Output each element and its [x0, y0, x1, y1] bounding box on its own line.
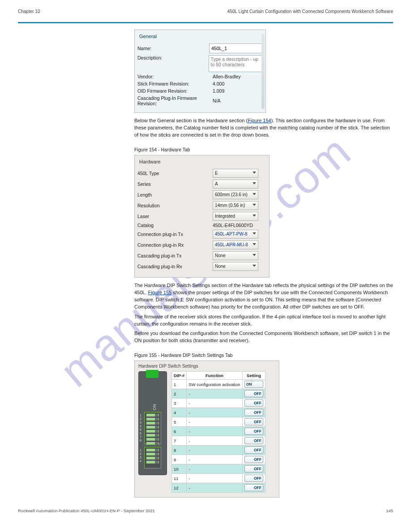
- figure-154-link[interactable]: Figure 154: [248, 118, 271, 123]
- hardware-panel: Hardware 450L TypeESeriesALength600mm (2…: [134, 155, 270, 278]
- dip-function: -: [187, 427, 242, 436]
- firmware-note-paragraph: The firmware of the receiver stick store…: [134, 313, 393, 328]
- connection-plug-in-tx-select[interactable]: 450L-APT-PW-8: [213, 230, 258, 239]
- dip-toggle[interactable]: OFF: [244, 437, 263, 444]
- dip-row: 7-OFF: [172, 436, 265, 446]
- chevron-down-icon: [253, 215, 256, 218]
- dip-toggle[interactable]: OFF: [244, 484, 263, 491]
- dip-toggle[interactable]: OFF: [244, 418, 263, 425]
- dip-row: 8-OFF: [172, 446, 265, 455]
- hardware-field-label: Laser: [137, 214, 213, 219]
- hardware-field-label: Catalog: [137, 223, 213, 228]
- dip-function: -: [187, 474, 242, 483]
- name-label: Name:: [137, 46, 209, 51]
- dip-bank-1-numbers: 12345678: [140, 414, 141, 442]
- dip-row: 6-OFF: [172, 427, 265, 436]
- 450l-type-select[interactable]: E: [213, 169, 258, 178]
- dip-number: 8: [172, 446, 187, 455]
- dip-number: 10: [172, 464, 187, 474]
- dip-col-function: Function: [187, 372, 242, 380]
- series-select[interactable]: A: [213, 180, 258, 189]
- dip-toggle[interactable]: OFF: [244, 399, 263, 407]
- hardware-field-label: Series: [137, 181, 213, 187]
- dip-number: 1: [172, 380, 187, 389]
- dip-function: -: [187, 408, 242, 417]
- dip-number: 5: [172, 417, 187, 427]
- dip-bank-2: [144, 447, 161, 468]
- figure-155-caption: Figure 155 - Hardware DIP Switch Setting…: [134, 352, 393, 358]
- dip-on-label: ON: [152, 404, 157, 411]
- field-value: 4.000: [213, 81, 224, 86]
- scrollbar[interactable]: [261, 34, 265, 109]
- page-footer: Rockwell Automation Publication 450L-UM0…: [18, 508, 393, 513]
- dip-function: -: [187, 417, 242, 427]
- dip-toggle[interactable]: OFF: [244, 475, 263, 482]
- field-label: OID Firmware Revision:: [137, 88, 213, 94]
- hardware-intro-paragraph: Below the General section is the Hardwar…: [134, 117, 393, 139]
- dip-toggle[interactable]: ON: [244, 381, 263, 388]
- general-group-label: General: [137, 32, 263, 42]
- hardware-field-label: 450L Type: [137, 171, 213, 176]
- dip-toggle[interactable]: OFF: [244, 390, 263, 397]
- dip-number: 2: [172, 389, 187, 399]
- p2b: shows the proper settings of the DIP swi…: [134, 290, 388, 309]
- footer-publication: Rockwell Automation Publication 450L-UM0…: [18, 508, 155, 513]
- dip-col-num: DIP-#: [172, 372, 187, 380]
- field-label: Vendor:: [137, 74, 213, 79]
- cascading-plug-in-tx-select[interactable]: None: [213, 251, 258, 260]
- chevron-down-icon: [253, 243, 256, 247]
- dip-toggle[interactable]: OFF: [244, 409, 263, 416]
- cascading-plug-in-rx-select[interactable]: None: [213, 262, 258, 271]
- hardware-field-label: Cascading plug-in Rx: [137, 264, 213, 269]
- field-label: Stick Firmware Revision:: [137, 81, 213, 86]
- figure-154-caption: Figure 154 - Hardware Tab: [134, 147, 393, 152]
- dip-function: -: [187, 455, 242, 464]
- dip-row: 9-OFF: [172, 455, 265, 464]
- field-value: N/A: [213, 98, 221, 103]
- name-input[interactable]: [209, 43, 263, 53]
- chevron-down-icon: [253, 232, 256, 236]
- description-label: Description:: [137, 55, 209, 60]
- dip-row: 4-OFF: [172, 408, 265, 417]
- dip-row: 11-OFF: [172, 474, 265, 483]
- dip-function: SW configuration activation: [187, 380, 242, 389]
- header-rule: [18, 22, 393, 23]
- chevron-down-icon: [253, 193, 256, 197]
- dip-bank-1: [144, 412, 161, 444]
- dip-toggle[interactable]: OFF: [244, 446, 263, 454]
- figure-155-link[interactable]: Figure 155: [148, 290, 172, 295]
- description-input[interactable]: [209, 55, 263, 72]
- dip-function: -: [187, 399, 242, 408]
- dip-function: -: [187, 436, 242, 446]
- general-panel: General Name: Description: Vendor:Allen-…: [134, 30, 266, 113]
- device-illustration: ON 12345678 1234: [138, 371, 167, 475]
- hardware-field-label: Connection plug-in Rx: [137, 242, 213, 248]
- dip-number: 11: [172, 474, 187, 483]
- dip-toggle[interactable]: OFF: [244, 456, 263, 463]
- dip-row: 2-OFF: [172, 389, 265, 399]
- dip-row: 10-OFF: [172, 464, 265, 474]
- length-select[interactable]: 600mm (23.6 in): [213, 190, 258, 199]
- hardware-group-label: Hardware: [137, 157, 266, 167]
- hardware-field-label: Length: [137, 192, 213, 197]
- field-value: Allen-Bradley: [213, 74, 240, 79]
- dip-function: -: [187, 389, 242, 399]
- dip-number: 4: [172, 408, 187, 417]
- dip-function: -: [187, 483, 242, 493]
- resolution-select[interactable]: 14mm (0.56 in): [213, 201, 258, 210]
- dip-row: 5-OFF: [172, 417, 265, 427]
- p1a: Below the General section is the Hardwar…: [134, 118, 248, 123]
- connection-plug-in-rx-select[interactable]: 450L-APR-MU-8: [213, 240, 258, 249]
- dip-col-setting: Setting: [242, 372, 265, 380]
- dip-bank-2-numbers: 1234: [140, 449, 141, 463]
- device-connector-icon: [146, 370, 158, 378]
- dip-toggle[interactable]: OFF: [244, 428, 263, 435]
- dip-number: 7: [172, 436, 187, 446]
- page-header: Chapter 10 450L Light Curtain Configurat…: [18, 9, 393, 14]
- dip-switch-table: DIP-# Function Setting 1SW configuration…: [171, 371, 265, 493]
- dip-number: 3: [172, 399, 187, 408]
- chevron-down-icon: [253, 254, 256, 257]
- dip-toggle[interactable]: OFF: [244, 465, 263, 472]
- laser-select[interactable]: Integrated: [213, 212, 258, 221]
- dip-panel-title: Hardware DIP Switch Settings: [138, 364, 275, 369]
